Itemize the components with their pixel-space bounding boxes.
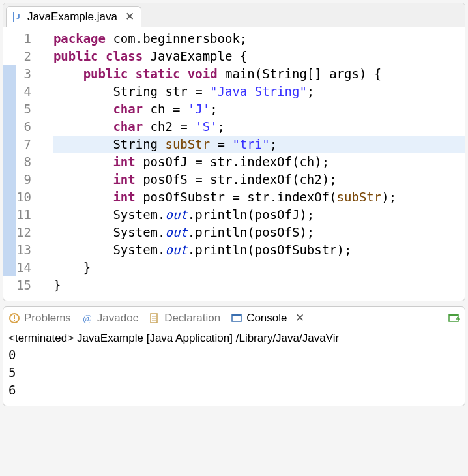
code-line[interactable]: char ch2 = 'S';	[53, 118, 465, 136]
breakpoint-marker[interactable]	[3, 153, 16, 171]
line-number: 2	[16, 48, 31, 65]
java-file-icon: J	[13, 12, 23, 22]
line-number: 8	[16, 153, 31, 171]
line-number: 3	[16, 65, 31, 83]
line-number: 9	[16, 171, 31, 188]
code-line[interactable]: package com.beginnersbook;	[53, 30, 465, 48]
code-editor[interactable]: 123456789101112131415 package com.beginn…	[3, 27, 465, 301]
code-content[interactable]: package com.beginnersbook;public class J…	[51, 30, 465, 294]
declaration-icon	[149, 312, 160, 324]
editor-panel: J JavaExample.java ✕ 1234567891011121314…	[3, 3, 465, 301]
editor-tab[interactable]: J JavaExample.java ✕	[6, 6, 141, 27]
problems-icon	[8, 312, 20, 324]
breakpoint-marker[interactable]	[3, 118, 16, 136]
tab-javadoc-label: Javadoc	[97, 312, 138, 325]
breakpoint-marker[interactable]	[3, 136, 16, 153]
breakpoint-marker[interactable]	[3, 48, 16, 65]
breakpoint-marker[interactable]	[3, 188, 16, 206]
line-number: 7	[16, 136, 31, 153]
breakpoint-marker[interactable]	[3, 206, 16, 224]
console-output-line: 6	[8, 381, 460, 399]
breakpoint-marker[interactable]	[3, 259, 16, 276]
code-line[interactable]: System.out.println(posOfJ);	[53, 206, 465, 224]
line-number: 12	[16, 224, 31, 241]
code-line[interactable]: public class JavaExample {	[53, 48, 465, 65]
editor-tab-bar: J JavaExample.java ✕	[3, 3, 465, 27]
code-line[interactable]: System.out.println(posOfS);	[53, 224, 465, 241]
svg-rect-1	[14, 315, 15, 319]
javadoc-icon: @	[81, 312, 93, 324]
line-number: 4	[16, 83, 31, 100]
svg-rect-9	[232, 314, 241, 316]
breakpoint-marker[interactable]	[3, 241, 16, 259]
code-line[interactable]: System.out.println(posOfSubstr);	[53, 241, 465, 259]
line-number: 15	[16, 276, 31, 294]
bottom-tab-bar: Problems @ Javadoc Declaration Console ✕	[3, 307, 465, 329]
breakpoint-marker[interactable]	[3, 100, 16, 118]
line-number: 14	[16, 259, 31, 276]
code-line[interactable]: public static void main(String[] args) {	[53, 65, 465, 83]
breakpoint-marker[interactable]	[3, 30, 16, 48]
fold-column	[38, 30, 51, 294]
svg-rect-11	[449, 314, 458, 316]
tab-declaration-label: Declaration	[164, 312, 220, 325]
breakpoint-marker[interactable]	[3, 276, 16, 294]
pin-console-icon[interactable]	[448, 312, 460, 324]
marker-column	[3, 30, 16, 294]
console-icon	[231, 312, 242, 324]
breakpoint-marker[interactable]	[3, 171, 16, 188]
editor-tab-label: JavaExample.java	[27, 10, 117, 23]
line-number: 1	[16, 30, 31, 48]
console-status: <terminated> JavaExample [Java Applicati…	[3, 329, 465, 345]
breakpoint-marker[interactable]	[3, 224, 16, 241]
svg-text:@: @	[83, 313, 92, 323]
line-number: 10	[16, 188, 31, 206]
code-line[interactable]: int posOfSubstr = str.indexOf(subStr);	[53, 188, 465, 206]
console-toolbar	[448, 312, 460, 324]
console-output-line: 0	[8, 346, 460, 364]
code-line[interactable]: }	[53, 259, 465, 276]
close-console-icon[interactable]: ✕	[295, 311, 304, 325]
console-output-line: 5	[8, 364, 460, 381]
tab-problems-label: Problems	[24, 312, 71, 325]
tab-problems[interactable]: Problems	[8, 312, 71, 325]
code-line[interactable]: char ch = 'J';	[53, 100, 465, 118]
code-line[interactable]: }	[53, 276, 465, 294]
line-number: 11	[16, 206, 31, 224]
tab-declaration[interactable]: Declaration	[149, 312, 220, 325]
svg-rect-2	[14, 320, 15, 321]
tab-javadoc[interactable]: @ Javadoc	[81, 312, 138, 325]
breakpoint-marker[interactable]	[3, 83, 16, 100]
line-number: 13	[16, 241, 31, 259]
code-line[interactable]: int posOfJ = str.indexOf(ch);	[53, 153, 465, 171]
line-number: 5	[16, 100, 31, 118]
line-number: 6	[16, 118, 31, 136]
code-line[interactable]: String str = "Java String";	[53, 83, 465, 100]
console-output[interactable]: 056	[3, 345, 465, 406]
tab-console[interactable]: Console ✕	[231, 311, 304, 325]
code-line[interactable]: String subStr = "tri";	[53, 136, 465, 153]
bottom-panel: Problems @ Javadoc Declaration Console ✕	[3, 306, 465, 406]
breakpoint-marker[interactable]	[3, 65, 16, 83]
close-tab-icon[interactable]: ✕	[125, 10, 134, 23]
tab-console-label: Console	[246, 312, 287, 325]
line-number-gutter: 123456789101112131415	[16, 30, 38, 294]
code-line[interactable]: int posOfS = str.indexOf(ch2);	[53, 171, 465, 188]
